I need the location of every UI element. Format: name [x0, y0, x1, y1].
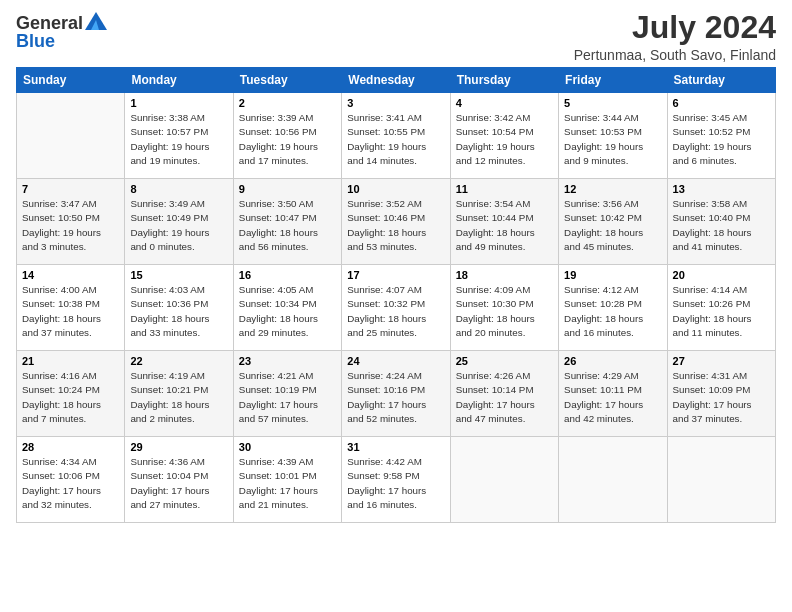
- day-number: 11: [456, 183, 553, 195]
- day-info: Sunrise: 4:07 AMSunset: 10:32 PMDaylight…: [347, 283, 444, 340]
- day-number: 30: [239, 441, 336, 453]
- day-info: Sunrise: 3:42 AMSunset: 10:54 PMDaylight…: [456, 111, 553, 168]
- day-info: Sunrise: 3:58 AMSunset: 10:40 PMDaylight…: [673, 197, 770, 254]
- logo-general: General: [16, 14, 83, 32]
- day-info: Sunrise: 4:36 AMSunset: 10:04 PMDaylight…: [130, 455, 227, 512]
- table-row: 4Sunrise: 3:42 AMSunset: 10:54 PMDayligh…: [450, 93, 558, 179]
- day-number: 25: [456, 355, 553, 367]
- day-info: Sunrise: 4:19 AMSunset: 10:21 PMDaylight…: [130, 369, 227, 426]
- day-number: 6: [673, 97, 770, 109]
- table-row: 16Sunrise: 4:05 AMSunset: 10:34 PMDaylig…: [233, 265, 341, 351]
- calendar-week-row: 21Sunrise: 4:16 AMSunset: 10:24 PMDaylig…: [17, 351, 776, 437]
- day-info: Sunrise: 4:03 AMSunset: 10:36 PMDaylight…: [130, 283, 227, 340]
- table-row: 17Sunrise: 4:07 AMSunset: 10:32 PMDaylig…: [342, 265, 450, 351]
- day-number: 22: [130, 355, 227, 367]
- table-row: 9Sunrise: 3:50 AMSunset: 10:47 PMDayligh…: [233, 179, 341, 265]
- day-number: 19: [564, 269, 661, 281]
- day-info: Sunrise: 4:42 AMSunset: 9:58 PMDaylight:…: [347, 455, 444, 512]
- table-row: 11Sunrise: 3:54 AMSunset: 10:44 PMDaylig…: [450, 179, 558, 265]
- col-monday: Monday: [125, 68, 233, 93]
- table-row: 6Sunrise: 3:45 AMSunset: 10:52 PMDayligh…: [667, 93, 775, 179]
- location: Pertunmaa, South Savo, Finland: [574, 47, 776, 63]
- day-number: 10: [347, 183, 444, 195]
- day-info: Sunrise: 4:34 AMSunset: 10:06 PMDaylight…: [22, 455, 119, 512]
- table-row: 7Sunrise: 3:47 AMSunset: 10:50 PMDayligh…: [17, 179, 125, 265]
- day-number: 15: [130, 269, 227, 281]
- page-container: General Blue July 2024 Pertunmaa, South …: [0, 0, 792, 533]
- day-info: Sunrise: 4:21 AMSunset: 10:19 PMDaylight…: [239, 369, 336, 426]
- table-row: 2Sunrise: 3:39 AMSunset: 10:56 PMDayligh…: [233, 93, 341, 179]
- day-number: 8: [130, 183, 227, 195]
- day-number: 1: [130, 97, 227, 109]
- day-info: Sunrise: 4:12 AMSunset: 10:28 PMDaylight…: [564, 283, 661, 340]
- day-number: 28: [22, 441, 119, 453]
- table-row: 1Sunrise: 3:38 AMSunset: 10:57 PMDayligh…: [125, 93, 233, 179]
- day-info: Sunrise: 3:45 AMSunset: 10:52 PMDaylight…: [673, 111, 770, 168]
- table-row: 8Sunrise: 3:49 AMSunset: 10:49 PMDayligh…: [125, 179, 233, 265]
- day-info: Sunrise: 4:00 AMSunset: 10:38 PMDaylight…: [22, 283, 119, 340]
- title-block: July 2024 Pertunmaa, South Savo, Finland: [574, 10, 776, 63]
- day-number: 4: [456, 97, 553, 109]
- table-row: 18Sunrise: 4:09 AMSunset: 10:30 PMDaylig…: [450, 265, 558, 351]
- day-number: 16: [239, 269, 336, 281]
- day-number: 23: [239, 355, 336, 367]
- calendar-header-row: Sunday Monday Tuesday Wednesday Thursday…: [17, 68, 776, 93]
- table-row: 5Sunrise: 3:44 AMSunset: 10:53 PMDayligh…: [559, 93, 667, 179]
- day-info: Sunrise: 3:44 AMSunset: 10:53 PMDaylight…: [564, 111, 661, 168]
- calendar-week-row: 7Sunrise: 3:47 AMSunset: 10:50 PMDayligh…: [17, 179, 776, 265]
- day-info: Sunrise: 3:56 AMSunset: 10:42 PMDaylight…: [564, 197, 661, 254]
- table-row: 24Sunrise: 4:24 AMSunset: 10:16 PMDaylig…: [342, 351, 450, 437]
- table-row: 13Sunrise: 3:58 AMSunset: 10:40 PMDaylig…: [667, 179, 775, 265]
- col-saturday: Saturday: [667, 68, 775, 93]
- day-info: Sunrise: 3:41 AMSunset: 10:55 PMDaylight…: [347, 111, 444, 168]
- day-number: 17: [347, 269, 444, 281]
- table-row: 3Sunrise: 3:41 AMSunset: 10:55 PMDayligh…: [342, 93, 450, 179]
- day-number: 5: [564, 97, 661, 109]
- table-row: 28Sunrise: 4:34 AMSunset: 10:06 PMDaylig…: [17, 437, 125, 523]
- col-sunday: Sunday: [17, 68, 125, 93]
- day-number: 2: [239, 97, 336, 109]
- day-info: Sunrise: 4:05 AMSunset: 10:34 PMDaylight…: [239, 283, 336, 340]
- day-info: Sunrise: 4:16 AMSunset: 10:24 PMDaylight…: [22, 369, 119, 426]
- day-number: 24: [347, 355, 444, 367]
- table-row: 12Sunrise: 3:56 AMSunset: 10:42 PMDaylig…: [559, 179, 667, 265]
- day-number: 20: [673, 269, 770, 281]
- day-info: Sunrise: 4:09 AMSunset: 10:30 PMDaylight…: [456, 283, 553, 340]
- day-number: 29: [130, 441, 227, 453]
- table-row: [559, 437, 667, 523]
- day-info: Sunrise: 3:38 AMSunset: 10:57 PMDaylight…: [130, 111, 227, 168]
- table-row: 21Sunrise: 4:16 AMSunset: 10:24 PMDaylig…: [17, 351, 125, 437]
- table-row: 31Sunrise: 4:42 AMSunset: 9:58 PMDayligh…: [342, 437, 450, 523]
- day-info: Sunrise: 3:52 AMSunset: 10:46 PMDaylight…: [347, 197, 444, 254]
- day-info: Sunrise: 3:39 AMSunset: 10:56 PMDaylight…: [239, 111, 336, 168]
- table-row: 26Sunrise: 4:29 AMSunset: 10:11 PMDaylig…: [559, 351, 667, 437]
- table-row: 14Sunrise: 4:00 AMSunset: 10:38 PMDaylig…: [17, 265, 125, 351]
- day-info: Sunrise: 3:47 AMSunset: 10:50 PMDaylight…: [22, 197, 119, 254]
- day-number: 7: [22, 183, 119, 195]
- col-thursday: Thursday: [450, 68, 558, 93]
- day-info: Sunrise: 4:14 AMSunset: 10:26 PMDaylight…: [673, 283, 770, 340]
- day-number: 26: [564, 355, 661, 367]
- day-info: Sunrise: 3:49 AMSunset: 10:49 PMDaylight…: [130, 197, 227, 254]
- table-row: 10Sunrise: 3:52 AMSunset: 10:46 PMDaylig…: [342, 179, 450, 265]
- logo-blue: Blue: [16, 31, 55, 51]
- table-row: 15Sunrise: 4:03 AMSunset: 10:36 PMDaylig…: [125, 265, 233, 351]
- logo: General Blue: [16, 14, 107, 51]
- day-info: Sunrise: 4:24 AMSunset: 10:16 PMDaylight…: [347, 369, 444, 426]
- calendar-week-row: 1Sunrise: 3:38 AMSunset: 10:57 PMDayligh…: [17, 93, 776, 179]
- calendar-table: Sunday Monday Tuesday Wednesday Thursday…: [16, 67, 776, 523]
- table-row: 27Sunrise: 4:31 AMSunset: 10:09 PMDaylig…: [667, 351, 775, 437]
- header: General Blue July 2024 Pertunmaa, South …: [16, 10, 776, 63]
- logo-icon: [85, 12, 107, 30]
- col-tuesday: Tuesday: [233, 68, 341, 93]
- day-info: Sunrise: 3:54 AMSunset: 10:44 PMDaylight…: [456, 197, 553, 254]
- table-row: 23Sunrise: 4:21 AMSunset: 10:19 PMDaylig…: [233, 351, 341, 437]
- table-row: [667, 437, 775, 523]
- day-number: 12: [564, 183, 661, 195]
- day-number: 31: [347, 441, 444, 453]
- table-row: 19Sunrise: 4:12 AMSunset: 10:28 PMDaylig…: [559, 265, 667, 351]
- day-info: Sunrise: 4:31 AMSunset: 10:09 PMDaylight…: [673, 369, 770, 426]
- table-row: 25Sunrise: 4:26 AMSunset: 10:14 PMDaylig…: [450, 351, 558, 437]
- table-row: 22Sunrise: 4:19 AMSunset: 10:21 PMDaylig…: [125, 351, 233, 437]
- table-row: [450, 437, 558, 523]
